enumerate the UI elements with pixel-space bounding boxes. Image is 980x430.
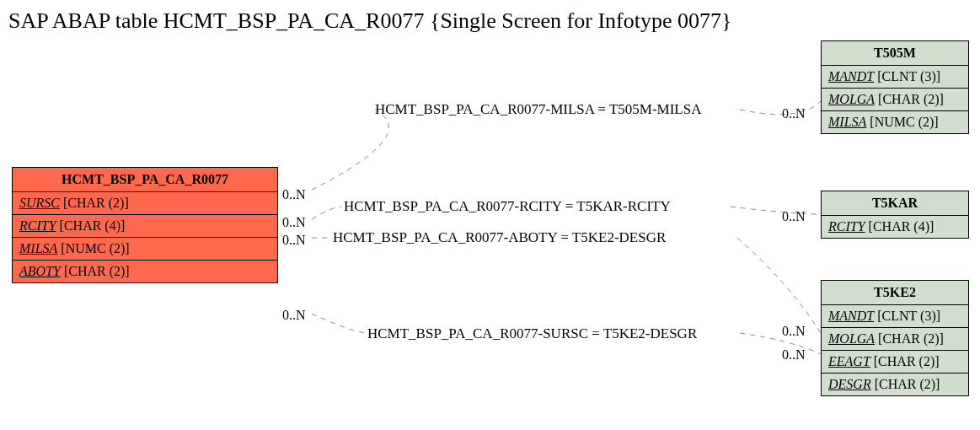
table-t5kar: T5KAR RCITY [CHAR (4)]: [821, 191, 969, 239]
table-field-row: MILSA [NUMC (2)]: [822, 111, 968, 133]
relation-label: HCMT_BSP_PA_CA_R0077-MILSA = T505M-MILSA: [375, 101, 701, 118]
cardinality-label: 0..N: [782, 106, 806, 121]
table-field-row: MOLGA [CHAR (2)]: [822, 89, 968, 111]
cardinality-label: 0..N: [782, 324, 806, 339]
table-field-row: SURSC [CHAR (2)]: [13, 192, 277, 215]
field-name: RCITY: [19, 218, 56, 233]
page-title: SAP ABAP table HCMT_BSP_PA_CA_R0077 {Sin…: [8, 8, 731, 34]
cardinality-label: 0..N: [782, 347, 806, 363]
table-field-row: ABOTY [CHAR (2)]: [13, 261, 277, 282]
cardinality-label: 0..N: [782, 209, 806, 224]
table-field-row: MANDT [CLNT (3)]: [822, 305, 968, 328]
field-type: [CHAR (2)]: [878, 331, 944, 346]
table-hcmt-bsp-pa-ca-r0077: HCMT_BSP_PA_CA_R0077 SURSC [CHAR (2)] RC…: [12, 167, 278, 283]
field-name: SURSC: [19, 196, 60, 210]
table-field-row: RCITY [CHAR (4)]: [822, 216, 968, 238]
field-name: ABOTY: [19, 264, 61, 278]
table-field-row: DESGR [CHAR (2)]: [822, 374, 968, 395]
table-header: HCMT_BSP_PA_CA_R0077: [13, 168, 277, 192]
table-field-row: EEAGT [CHAR (2)]: [822, 351, 968, 374]
field-name: MILSA: [19, 241, 57, 255]
table-field-row: MILSA [NUMC (2)]: [13, 238, 277, 261]
field-type: [CHAR (4)]: [60, 218, 126, 233]
field-type: [CHAR (4)]: [869, 219, 934, 234]
field-type: [NUMC (2)]: [870, 115, 938, 129]
cardinality-label: 0..N: [282, 308, 306, 323]
table-t505m: T505M MANDT [CLNT (3)] MOLGA [CHAR (2)] …: [821, 40, 969, 134]
cardinality-label: 0..N: [282, 187, 306, 202]
field-name: RCITY: [828, 219, 865, 234]
table-field-row: MANDT [CLNT (3)]: [822, 66, 968, 89]
table-field-row: MOLGA [CHAR (2)]: [822, 328, 968, 351]
table-field-row: RCITY [CHAR (4)]: [13, 215, 277, 238]
field-name: EEAGT: [828, 354, 870, 368]
field-type: [CLNT (3)]: [877, 69, 940, 83]
table-header: T5KAR: [822, 191, 968, 216]
relation-label: HCMT_BSP_PA_CA_R0077-ABOTY = T5KE2-DESGR: [333, 229, 666, 246]
table-t5ke2: T5KE2 MANDT [CLNT (3)] MOLGA [CHAR (2)] …: [821, 280, 969, 396]
cardinality-label: 0..N: [282, 233, 306, 248]
field-type: [CHAR (2)]: [64, 264, 130, 278]
table-header: T505M: [822, 41, 968, 66]
field-type: [NUMC (2)]: [61, 241, 129, 255]
field-type: [CHAR (2)]: [875, 377, 940, 391]
field-name: MANDT: [828, 69, 874, 83]
field-name: MANDT: [828, 309, 874, 323]
field-name: MOLGA: [828, 92, 875, 106]
field-type: [CLNT (3)]: [877, 309, 940, 323]
field-type: [CHAR (2)]: [878, 92, 944, 106]
relation-label: HCMT_BSP_PA_CA_R0077-RCITY = T5KAR-RCITY: [344, 198, 671, 215]
field-type: [CHAR (2)]: [874, 354, 940, 368]
field-name: MILSA: [828, 115, 866, 129]
relation-label: HCMT_BSP_PA_CA_R0077-SURSC = T5KE2-DESGR: [367, 325, 697, 342]
field-type: [CHAR (2)]: [63, 196, 129, 210]
field-name: DESGR: [828, 377, 871, 391]
cardinality-label: 0..N: [282, 215, 306, 230]
field-name: MOLGA: [828, 331, 875, 346]
table-header: T5KE2: [822, 281, 968, 305]
